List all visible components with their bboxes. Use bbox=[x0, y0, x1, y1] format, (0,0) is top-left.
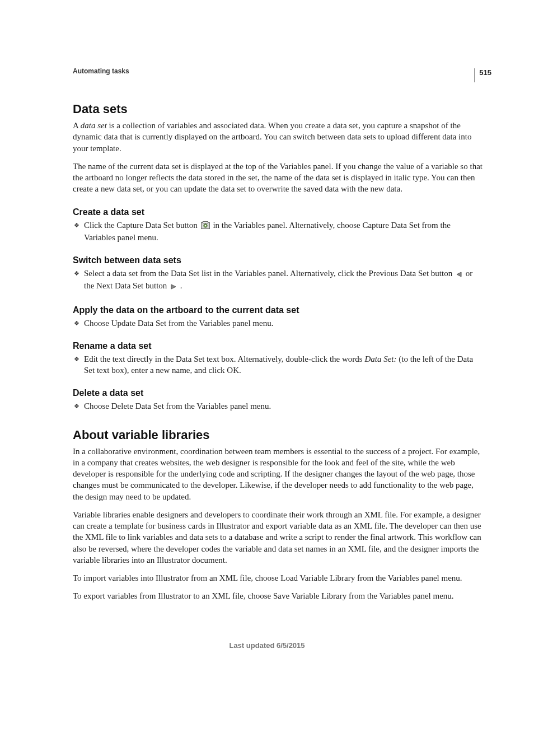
text: A bbox=[73, 121, 81, 130]
svg-marker-4 bbox=[457, 272, 461, 277]
bullet-text: Edit the text directly in the Data Set t… bbox=[84, 353, 484, 376]
heading-create-data-set: Create a data set bbox=[73, 207, 484, 217]
bullet-text: Click the Capture Data Set button in the… bbox=[84, 220, 484, 244]
diamond-bullet-icon: ❖ bbox=[74, 320, 79, 327]
diamond-bullet-icon: ❖ bbox=[74, 222, 79, 229]
bullet-item: ❖ Click the Capture Data Set button in t… bbox=[73, 220, 484, 244]
svg-marker-5 bbox=[171, 284, 176, 289]
heading-data-sets: Data sets bbox=[73, 102, 484, 116]
next-data-set-icon bbox=[170, 281, 177, 292]
chapter-title: Automating tasks bbox=[73, 67, 484, 75]
bullet-item: ❖ Edit the text directly in the Data Set… bbox=[73, 353, 484, 376]
bullet-item: ❖ Choose Delete Data Set from the Variab… bbox=[73, 400, 484, 412]
paragraph: Variable libraries enable designers and … bbox=[73, 509, 484, 566]
diamond-bullet-icon: ❖ bbox=[74, 356, 79, 363]
bullet-text: Choose Delete Data Set from the Variable… bbox=[84, 400, 271, 412]
heading-variable-libraries: About variable libraries bbox=[73, 428, 484, 442]
text: Click the Capture Data Set button bbox=[84, 221, 200, 230]
heading-apply-data: Apply the data on the artboard to the cu… bbox=[73, 305, 484, 315]
footer-last-updated: Last updated 6/5/2015 bbox=[0, 641, 534, 650]
paragraph: In a collaborative environment, coordina… bbox=[73, 446, 484, 502]
paragraph: A data set is a collection of variables … bbox=[73, 120, 484, 154]
paragraph: To export variables from Illustrator to … bbox=[73, 590, 484, 601]
text: Edit the text directly in the Data Set t… bbox=[84, 354, 364, 363]
heading-switch-data-sets: Switch between data sets bbox=[73, 255, 484, 265]
page: 515 Automating tasks Data sets A data se… bbox=[0, 0, 534, 672]
heading-rename-data-set: Rename a data set bbox=[73, 341, 484, 351]
term-data-set-label: Data Set: bbox=[364, 354, 396, 363]
bullet-text: Select a data set from the Data Set list… bbox=[84, 268, 484, 293]
text: is a collection of variables and associa… bbox=[73, 121, 471, 153]
heading-delete-data-set: Delete a data set bbox=[73, 388, 484, 398]
text: Select a data set from the Data Set list… bbox=[84, 269, 455, 278]
bullet-item: ❖ Select a data set from the Data Set li… bbox=[73, 268, 484, 293]
paragraph: The name of the current data set is disp… bbox=[73, 161, 484, 195]
bullet-item: ❖ Choose Update Data Set from the Variab… bbox=[73, 318, 484, 329]
term-data-set: data set bbox=[81, 121, 107, 130]
text: . bbox=[178, 281, 182, 290]
bullet-text: Choose Update Data Set from the Variable… bbox=[84, 318, 273, 329]
page-number: 515 bbox=[474, 68, 491, 82]
paragraph: To import variables into Illustrator fro… bbox=[73, 572, 484, 584]
svg-rect-1 bbox=[203, 221, 208, 223]
svg-point-3 bbox=[204, 225, 205, 226]
capture-data-set-icon bbox=[201, 221, 210, 232]
diamond-bullet-icon: ❖ bbox=[74, 270, 79, 277]
diamond-bullet-icon: ❖ bbox=[74, 403, 79, 410]
previous-data-set-icon bbox=[456, 269, 462, 280]
